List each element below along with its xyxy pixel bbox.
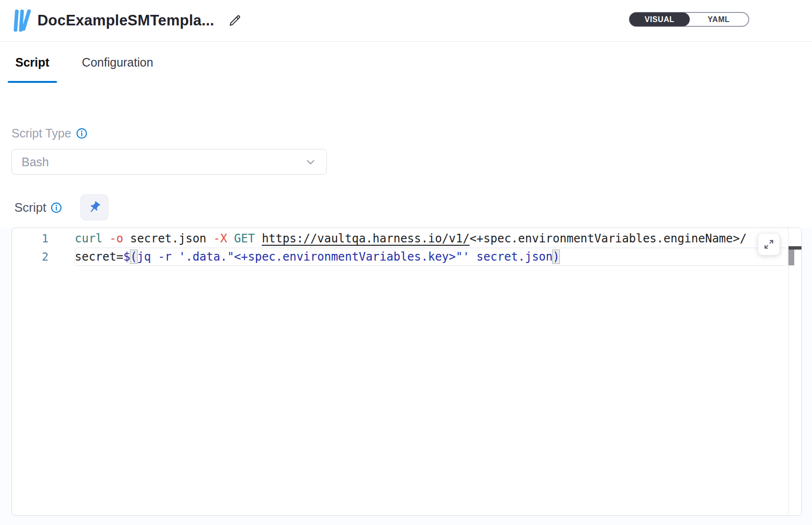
scrollbar-marker: [789, 246, 801, 250]
visual-yaml-toggle: VISUAL YAML: [629, 12, 749, 27]
script-type-select[interactable]: Bash: [12, 149, 327, 175]
tab-bar: Script Configuration: [0, 42, 161, 83]
scrollbar-thumb[interactable]: [789, 250, 794, 265]
code-line: 1curl -o secret.json -X GET https://vaul…: [12, 229, 788, 248]
script-type-label-row: Script Type: [12, 126, 88, 140]
code-token: GET: [234, 232, 255, 245]
expand-editor-button[interactable]: [758, 233, 780, 255]
code-token: $: [123, 250, 130, 263]
template-library-icon: [12, 7, 32, 34]
script-info-icon[interactable]: [50, 202, 62, 214]
tab-script[interactable]: Script: [8, 42, 57, 83]
code-line: 2secret=$(jq -r '.data."<+spec.environme…: [12, 248, 788, 266]
code-token: [227, 232, 234, 245]
script-type-info-icon[interactable]: [76, 127, 88, 139]
code-token: -X: [213, 232, 227, 245]
pin-script-button[interactable]: [81, 194, 108, 220]
code-token: (: [130, 250, 137, 263]
code-token: jq -r '.data."<+spec.environmentVariable…: [137, 250, 553, 263]
line-number: 2: [12, 251, 48, 263]
code-text[interactable]: secret=$(jq -r '.data."<+spec.environmen…: [75, 248, 788, 266]
script-type-label: Script Type: [12, 126, 71, 140]
edit-title-button[interactable]: [227, 12, 243, 29]
page-title: DocExampleSMTempla...: [37, 12, 214, 29]
visual-toggle-button[interactable]: VISUAL: [629, 12, 690, 26]
header: DocExampleSMTempla... VISUAL YAML: [0, 0, 812, 42]
code-token: [103, 232, 109, 245]
line-number: 1: [12, 232, 48, 245]
code-token: https://vaultqa.harness.io/v1/: [262, 232, 469, 245]
code-lines: 1curl -o secret.json -X GET https://vaul…: [12, 229, 788, 266]
editor-scrollbar: [788, 228, 801, 515]
expand-icon: [763, 239, 775, 250]
code-token: secret=: [75, 250, 123, 263]
chevron-down-icon: [304, 156, 317, 168]
code-token: ): [553, 250, 559, 263]
code-token: curl: [75, 232, 103, 245]
code-token: -o: [109, 232, 123, 245]
script-label-row: Script: [14, 200, 62, 215]
pencil-icon: [228, 13, 242, 28]
pushpin-icon: [88, 201, 101, 214]
script-editor[interactable]: 1curl -o secret.json -X GET https://vaul…: [12, 228, 802, 516]
yaml-toggle-button[interactable]: YAML: [689, 13, 748, 26]
template-editor-page: DocExampleSMTempla... VISUAL YAML Script…: [0, 0, 812, 525]
code-token: secret.json: [123, 232, 213, 245]
code-token: <+spec.environmentVariables.engineName>/: [470, 232, 747, 245]
code-token: [255, 232, 262, 245]
script-type-value: Bash: [22, 155, 304, 169]
code-text[interactable]: curl -o secret.json -X GET https://vault…: [75, 229, 788, 248]
tab-configuration[interactable]: Configuration: [74, 42, 161, 83]
script-label: Script: [14, 200, 46, 215]
